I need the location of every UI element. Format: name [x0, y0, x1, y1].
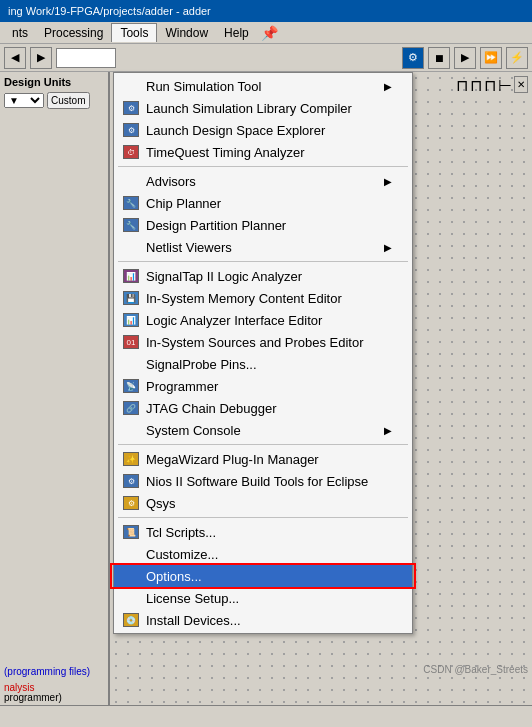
options-icon [122, 568, 140, 584]
timequest-icon: ⏱ [122, 144, 140, 160]
netlist-viewers-icon [122, 239, 140, 255]
logic-analyzer-interface-icon: 📊 [122, 312, 140, 328]
layout-icon4[interactable]: ⊢ [498, 76, 512, 95]
run-simulation-label: Run Simulation Tool [146, 79, 384, 94]
left-panel: Design Units ▼ Custom (programming files… [0, 72, 110, 705]
system-console-arrow: ▶ [384, 425, 392, 436]
dropdown-row: ▼ Custom [4, 92, 104, 109]
menu-item-in-system-memory[interactable]: 💾In-System Memory Content Editor [114, 287, 412, 309]
layout-icon2[interactable]: ⊓ [470, 76, 482, 95]
layout-icon1[interactable]: ⊓ [456, 76, 468, 95]
separator-after-system-console [118, 444, 408, 445]
menu-item-signalprobe[interactable]: SignalProbe Pins... [114, 353, 412, 375]
stop-button[interactable]: ⏹ [428, 47, 450, 69]
advisors-arrow: ▶ [384, 176, 392, 187]
menu-item-run-simulation[interactable]: Run Simulation Tool▶ [114, 75, 412, 97]
install-devices-icon: 💿 [122, 612, 140, 628]
launch-design-space-icon: ⚙ [122, 122, 140, 138]
menu-window[interactable]: Window [157, 24, 216, 42]
in-system-sources-icon: 01 [122, 334, 140, 350]
layout-icons: ⊓ ⊓ ⊓ ⊢ [456, 76, 512, 95]
main-area: Design Units ▼ Custom (programming files… [0, 72, 532, 705]
back-button[interactable]: ◀ [4, 47, 26, 69]
menu-item-launch-sim-lib[interactable]: ⚙Launch Simulation Library Compiler [114, 97, 412, 119]
bottom-label1: (programming files) [0, 664, 110, 679]
menu-help[interactable]: Help [216, 24, 257, 42]
close-icon[interactable]: ✕ [517, 79, 525, 90]
run-simulation-icon [122, 78, 140, 94]
custom-button[interactable]: Custom [47, 92, 89, 109]
menu-item-logic-analyzer-interface[interactable]: 📊Logic Analyzer Interface Editor [114, 309, 412, 331]
menu-item-in-system-sources[interactable]: 01In-System Sources and Probes Editor [114, 331, 412, 353]
menu-item-advisors[interactable]: Advisors▶ [114, 170, 412, 192]
toolbar-icon3[interactable]: ⚡ [506, 47, 528, 69]
play-button[interactable]: ▶ [454, 47, 476, 69]
in-system-sources-label: In-System Sources and Probes Editor [146, 335, 392, 350]
menu-item-design-partition[interactable]: 🔧Design Partition Planner [114, 214, 412, 236]
menu-item-nios2[interactable]: ⚙Nios II Software Build Tools for Eclips… [114, 470, 412, 492]
menu-item-tcl-scripts[interactable]: 📜Tcl Scripts... [114, 521, 412, 543]
menu-item-netlist-viewers[interactable]: Netlist Viewers▶ [114, 236, 412, 258]
options-label: Options... [146, 569, 392, 584]
signalprobe-icon [122, 356, 140, 372]
chip-planner-icon: 🔧 [122, 195, 140, 211]
menu-item-qsys[interactable]: ⚙Qsys [114, 492, 412, 514]
logic-analyzer-interface-label: Logic Analyzer Interface Editor [146, 313, 392, 328]
nios2-icon: ⚙ [122, 473, 140, 489]
tools-dropdown: Run Simulation Tool▶⚙Launch Simulation L… [113, 72, 413, 634]
customize-icon [122, 546, 140, 562]
toolbar-icon2[interactable]: ⏩ [480, 47, 502, 69]
unit-select[interactable]: ▼ [4, 93, 44, 108]
title-bar: ing Work/19-FPGA/projects/adder - adder [0, 0, 532, 22]
signaltap-label: SignalTap II Logic Analyzer [146, 269, 392, 284]
prog-footer: programmer) [0, 690, 110, 705]
menu-tools[interactable]: Tools [111, 23, 157, 42]
menu-bar: nts Processing Tools Window Help 📌 [0, 22, 532, 44]
toolbar: ◀ ▶ adder ⚙ ⏹ ▶ ⏩ ⚡ [0, 44, 532, 72]
launch-sim-lib-icon: ⚙ [122, 100, 140, 116]
layout-icon3[interactable]: ⊓ [484, 76, 496, 95]
separator-after-timequest [118, 166, 408, 167]
menu-item-options[interactable]: Options... [114, 565, 412, 587]
launch-sim-lib-label: Launch Simulation Library Compiler [146, 101, 392, 116]
menu-item-system-console[interactable]: System Console▶ [114, 419, 412, 441]
signalprobe-label: SignalProbe Pins... [146, 357, 392, 372]
project-input[interactable]: adder [56, 48, 116, 68]
menu-item-chip-planner[interactable]: 🔧Chip Planner [114, 192, 412, 214]
design-partition-icon: 🔧 [122, 217, 140, 233]
megawizard-icon: ✨ [122, 451, 140, 467]
netlist-viewers-label: Netlist Viewers [146, 240, 384, 255]
install-devices-label: Install Devices... [146, 613, 392, 628]
menu-item-launch-design-space[interactable]: ⚙Launch Design Space Explorer [114, 119, 412, 141]
launch-design-space-label: Launch Design Space Explorer [146, 123, 392, 138]
forward-button[interactable]: ▶ [30, 47, 52, 69]
netlist-viewers-arrow: ▶ [384, 242, 392, 253]
menu-processing[interactable]: Processing [36, 24, 111, 42]
menu-item-timequest[interactable]: ⏱TimeQuest Timing Analyzer [114, 141, 412, 163]
timequest-label: TimeQuest Timing Analyzer [146, 145, 392, 160]
jtag-label: JTAG Chain Debugger [146, 401, 392, 416]
megawizard-label: MegaWizard Plug-In Manager [146, 452, 392, 467]
design-partition-label: Design Partition Planner [146, 218, 392, 233]
watermark: CSDN @Baker_Streets [423, 664, 528, 675]
advisors-label: Advisors [146, 174, 384, 189]
menu-item-install-devices[interactable]: 💿Install Devices... [114, 609, 412, 631]
menu-item-signaltap[interactable]: 📊SignalTap II Logic Analyzer [114, 265, 412, 287]
menu-item-customize[interactable]: Customize... [114, 543, 412, 565]
status-bar [0, 705, 532, 727]
run-simulation-arrow: ▶ [384, 81, 392, 92]
nios2-label: Nios II Software Build Tools for Eclipse [146, 474, 392, 489]
menu-item-jtag[interactable]: 🔗JTAG Chain Debugger [114, 397, 412, 419]
rp-icons: ✕ [514, 76, 528, 93]
license-setup-label: License Setup... [146, 591, 392, 606]
menu-events[interactable]: nts [4, 24, 36, 42]
menu-item-programmer[interactable]: 📡Programmer [114, 375, 412, 397]
in-system-memory-label: In-System Memory Content Editor [146, 291, 392, 306]
pin-icon: 📌 [261, 25, 278, 41]
license-setup-icon [122, 590, 140, 606]
menu-item-megawizard[interactable]: ✨MegaWizard Plug-In Manager [114, 448, 412, 470]
menu-item-license-setup[interactable]: License Setup... [114, 587, 412, 609]
chip-planner-label: Chip Planner [146, 196, 392, 211]
qsys-icon: ⚙ [122, 495, 140, 511]
toolbar-icon1[interactable]: ⚙ [402, 47, 424, 69]
